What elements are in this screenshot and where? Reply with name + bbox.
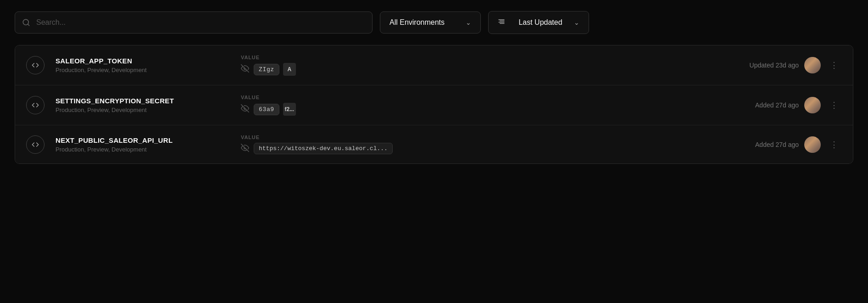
search-container [15,11,373,34]
var-name-0: SALEOR_APP_TOKEN [56,57,230,65]
value-row-1: 63a9 f2... [241,103,712,116]
sort-chevron-icon: ⌄ [574,19,579,26]
var-info-1: SETTINGS_ENCRYPTION_SECRET Production, P… [56,97,230,113]
eye-slash-icon-2 [241,144,249,154]
updated-text-0: Updated 23d ago [750,62,799,69]
eye-slash-icon-0 [241,64,249,74]
value-label-0: VALUE [241,55,712,60]
var-envs-1: Production, Preview, Development [56,107,230,113]
avatar-0 [804,57,821,73]
meta-section-2: Added 27d ago ⋮ [723,136,842,153]
sort-dropdown[interactable]: Last Updated ⌄ [488,11,589,34]
var-info-0: SALEOR_APP_TOKEN Production, Preview, De… [56,57,230,73]
sort-label: Last Updated [518,18,562,27]
more-menu-button-2[interactable]: ⋮ [826,138,842,152]
code-toggle-button-2[interactable] [26,135,45,154]
search-input[interactable] [15,11,373,34]
table-row: SALEOR_APP_TOKEN Production, Preview, De… [15,45,853,85]
env-badge-1: f2... [283,103,296,116]
avatar-2 [804,136,821,153]
updated-text-1: Added 27d ago [755,101,799,109]
value-label-2: VALUE [241,135,712,140]
more-menu-button-0[interactable]: ⋮ [826,58,842,72]
avatar-1 [804,97,821,113]
meta-section-1: Added 27d ago ⋮ [723,97,842,113]
value-section-0: VALUE ZIgz A [241,55,712,76]
var-info-2: NEXT_PUBLIC_SALEOR_API_URL Production, P… [56,136,230,153]
value-chips-1: 63a9 f2... [254,103,296,116]
toolbar: All Environments ⌄ Last Updated ⌄ [15,11,853,34]
var-name-1: SETTINGS_ENCRYPTION_SECRET [56,97,230,105]
table-row: NEXT_PUBLIC_SALEOR_API_URL Production, P… [15,125,853,163]
env-badge-0: A [283,63,296,76]
value-label-1: VALUE [241,95,712,100]
env-list: SALEOR_APP_TOKEN Production, Preview, De… [15,45,853,164]
table-row: SETTINGS_ENCRYPTION_SECRET Production, P… [15,85,853,125]
meta-section-0: Updated 23d ago ⋮ [723,57,842,73]
value-chip-1: 63a9 [254,104,279,115]
env-filter-label: All Environments [389,18,445,27]
value-section-1: VALUE 63a9 f2... [241,95,712,116]
code-toggle-button-0[interactable] [26,56,45,74]
value-plain-2: https://witoszek-dev.eu.saleor.cl... [254,143,393,154]
chevron-down-icon: ⌄ [466,19,471,26]
value-row-0: ZIgz A [241,63,712,76]
value-chip-0: ZIgz [254,64,279,75]
more-menu-button-1[interactable]: ⋮ [826,98,842,112]
value-row-2: https://witoszek-dev.eu.saleor.cl... [241,143,712,154]
var-envs-2: Production, Preview, Development [56,146,230,153]
var-envs-0: Production, Preview, Development [56,67,230,73]
svg-line-1 [28,24,29,25]
var-name-2: NEXT_PUBLIC_SALEOR_API_URL [56,136,230,144]
updated-text-2: Added 27d ago [755,141,799,148]
value-chips-0: ZIgz A [254,63,296,76]
sort-icon [498,18,505,27]
value-section-2: VALUE https://witoszek-dev.eu.saleor.cl.… [241,135,712,154]
env-filter-dropdown[interactable]: All Environments ⌄ [380,11,481,34]
code-toggle-button-1[interactable] [26,96,45,114]
search-icon [22,18,30,27]
eye-slash-icon-1 [241,104,249,114]
